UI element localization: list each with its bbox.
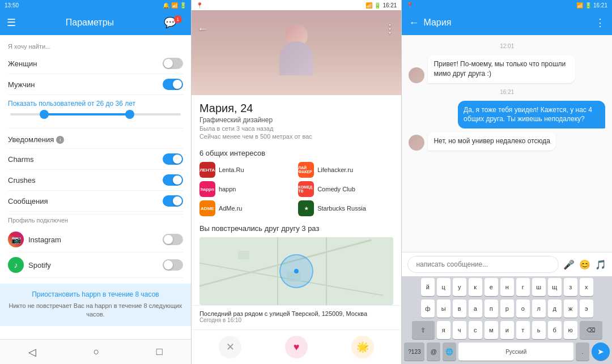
nav-back-button[interactable]: ◁ — [28, 346, 36, 358]
message-input-area: 🎤 😊 🎵 — [402, 252, 612, 276]
key-я[interactable]: я — [437, 321, 450, 339]
key-х[interactable]: х — [580, 278, 593, 296]
age-slider[interactable] — [10, 113, 181, 115]
women-toggle[interactable] — [163, 58, 183, 69]
interest-starbucks: ★ Starbucks Russia — [298, 200, 393, 216]
profile-more-btn[interactable]: ⋮ — [384, 22, 396, 35]
status-bar-1: 13:50 🔔 📶 🔋 — [0, 0, 191, 10]
messages-toggle[interactable] — [163, 195, 183, 207]
profile-info: Мария, 24 Графический дизайнер Была в се… — [192, 95, 402, 145]
key-backspace[interactable]: ⌫ — [580, 321, 602, 339]
key-ь[interactable]: ь — [532, 321, 546, 339]
key-ш[interactable]: ш — [532, 278, 546, 296]
chat-panel: 📍 📶 🔋 16:21 ← Мария ⋮ 12:01 Привет! По-м… — [402, 0, 612, 364]
nav-recents-button[interactable]: □ — [156, 346, 163, 358]
map-road-4 — [326, 237, 327, 305]
key-р[interactable]: р — [500, 299, 514, 318]
message-1: Привет! По-моему, мы только что прошли м… — [409, 55, 605, 83]
divider-1 — [8, 128, 183, 129]
profile-job: Графический дизайнер — [199, 116, 394, 124]
message-input[interactable] — [407, 256, 559, 273]
key-з[interactable]: з — [564, 278, 577, 296]
pause-description: Никто не повстречает Вас на happn в тече… — [8, 302, 183, 319]
interest-lenta: ЛЕНТА Lenta.Ru — [199, 162, 295, 178]
chat-more-button[interactable]: ⋮ — [595, 16, 605, 29]
key-at[interactable]: @ — [427, 342, 440, 361]
avatar-3 — [409, 135, 424, 151]
nav-home-button[interactable]: ○ — [94, 346, 100, 358]
music-input-icon[interactable]: 🎵 — [595, 259, 606, 270]
key-д[interactable]: д — [548, 299, 562, 318]
key-б[interactable]: б — [548, 321, 562, 339]
mic-input-icon[interactable]: 🎤 — [563, 259, 575, 270]
dislike-button[interactable]: ✕ — [219, 336, 241, 358]
key-и[interactable]: и — [500, 321, 514, 339]
notifications-label: Уведомления — [8, 135, 54, 144]
map-road-3 — [277, 237, 278, 305]
time-label-1: 12:01 — [409, 43, 605, 49]
charms-toggle[interactable] — [163, 153, 183, 165]
key-й[interactable]: й — [421, 278, 435, 296]
key-щ[interactable]: щ — [548, 278, 562, 296]
pause-section: Приостановить happn в течение 8 часов Ни… — [0, 284, 191, 326]
key-ы[interactable]: ы — [437, 299, 450, 318]
status-bar-3: 📍 📶 🔋 16:21 — [402, 0, 612, 10]
key-ч[interactable]: ч — [453, 321, 466, 339]
key-а[interactable]: а — [469, 299, 482, 318]
interest-comedy: КОМЕД ТВ Comedy Club — [298, 181, 393, 197]
key-space[interactable]: Русский — [458, 342, 573, 361]
map-location-dot — [294, 269, 299, 273]
like-button[interactable]: ♥ — [285, 336, 308, 358]
chat-back-button[interactable]: ← — [409, 17, 419, 29]
key-в[interactable]: в — [453, 299, 466, 318]
key-м[interactable]: м — [484, 321, 498, 339]
nav-bar-1: ◁ ○ □ — [0, 339, 191, 364]
profile-distance: Сейчас менее чем в 500 метрах от вас — [199, 133, 394, 140]
key-с[interactable]: с — [469, 321, 482, 339]
interest-happn: happn happn — [199, 181, 295, 197]
spotify-toggle[interactable] — [163, 259, 183, 271]
settings-title: Параметры — [16, 18, 164, 28]
back-from-profile-btn[interactable]: ← — [197, 22, 209, 35]
emoji-input-icon[interactable]: 😊 — [579, 259, 590, 270]
men-toggle[interactable] — [163, 79, 183, 90]
key-э[interactable]: э — [580, 299, 593, 318]
key-shift[interactable]: ⇧ — [412, 321, 435, 339]
key-о[interactable]: о — [516, 299, 530, 318]
profile-action-bar: ✕ ♥ 🌟 — [192, 329, 402, 364]
key-num[interactable]: ?123 — [404, 342, 424, 361]
key-к[interactable]: к — [469, 278, 482, 296]
pause-button[interactable]: Приостановить happn в течение 8 часов — [8, 290, 183, 298]
starbucks-logo: ★ — [298, 200, 314, 216]
met-section: Вы повстречались друг другу 3 раз — [192, 220, 402, 237]
key-н[interactable]: н — [500, 278, 514, 296]
key-у[interactable]: у — [453, 278, 466, 296]
key-ф[interactable]: ф — [421, 299, 435, 318]
crushes-toggle[interactable] — [163, 174, 183, 186]
key-send[interactable]: ➤ — [592, 342, 610, 361]
info-icon[interactable]: i — [56, 136, 64, 144]
chat-header: ← Мария ⋮ — [402, 10, 612, 35]
spotify-row: ♪ Spotify — [8, 252, 183, 278]
slider-thumb-left[interactable] — [40, 110, 49, 119]
profile-panel: 📍 📶 🔋 16:21 ← ⋮ Мария, 24 Графический ди… — [192, 0, 402, 364]
charm-button[interactable]: 🌟 — [351, 336, 374, 358]
key-ц[interactable]: ц — [437, 278, 450, 296]
notifications-label-area: Уведомления i — [8, 135, 64, 144]
men-toggle-row: Мужчин — [8, 74, 183, 95]
key-т[interactable]: т — [516, 321, 530, 339]
key-е[interactable]: е — [484, 278, 498, 296]
key-п[interactable]: п — [484, 299, 498, 318]
key-г[interactable]: г — [516, 278, 530, 296]
menu-icon[interactable]: ☰ — [7, 16, 16, 29]
slider-thumb-right[interactable] — [125, 110, 134, 119]
looking-for-label: Я хочу найти... — [8, 43, 183, 50]
key-ю[interactable]: ю — [564, 321, 577, 339]
instagram-toggle[interactable] — [163, 234, 183, 245]
key-ж[interactable]: ж — [564, 299, 577, 318]
key-л[interactable]: л — [532, 299, 546, 318]
key-globe[interactable]: 🌐 — [443, 342, 456, 361]
key-period[interactable]: . — [576, 342, 589, 361]
settings-content: Я хочу найти... Женщин Мужчин Показать п… — [0, 35, 191, 339]
keyboard-row-2: ф ы в а п р о л д ж э — [402, 298, 612, 319]
